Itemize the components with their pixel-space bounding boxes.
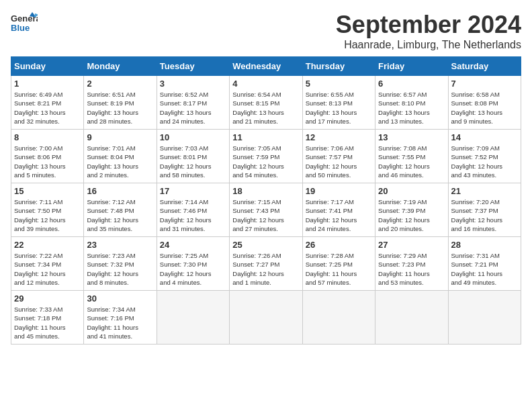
table-row: 19Sunrise: 7:17 AMSunset: 7:41 PMDayligh…	[302, 183, 375, 237]
day-number: 9	[87, 132, 153, 142]
day-details: Sunrise: 7:06 AMSunset: 7:57 PMDaylight:…	[306, 144, 372, 179]
table-row: 4Sunrise: 6:54 AMSunset: 8:15 PMDaylight…	[230, 76, 302, 130]
calendar-table: Sunday Monday Tuesday Wednesday Thursday…	[11, 56, 521, 345]
table-row: 18Sunrise: 7:15 AMSunset: 7:43 PMDayligh…	[230, 183, 302, 237]
col-thursday: Thursday	[302, 57, 375, 76]
page-header: General Blue September 2024 Haanrade, Li…	[11, 11, 521, 51]
day-number: 10	[160, 132, 226, 142]
table-row: 3Sunrise: 6:52 AMSunset: 8:17 PMDaylight…	[157, 76, 229, 130]
day-details: Sunrise: 7:26 AMSunset: 7:27 PMDaylight:…	[232, 251, 299, 287]
day-details: Sunrise: 7:29 AMSunset: 7:23 PMDaylight:…	[378, 251, 445, 287]
table-row: 26Sunrise: 7:28 AMSunset: 7:25 PMDayligh…	[302, 237, 375, 291]
day-details: Sunrise: 7:19 AMSunset: 7:39 PMDaylight:…	[378, 197, 445, 233]
day-details: Sunrise: 6:55 AMSunset: 8:13 PMDaylight:…	[306, 90, 372, 126]
day-details: Sunrise: 7:14 AMSunset: 7:46 PMDaylight:…	[160, 197, 226, 233]
day-number: 4	[232, 79, 299, 89]
calendar-header-row: Sunday Monday Tuesday Wednesday Thursday…	[11, 57, 521, 76]
day-number: 27	[378, 240, 445, 250]
day-number: 8	[14, 132, 81, 142]
col-saturday: Saturday	[448, 57, 521, 76]
month-title: September 2024	[336, 11, 521, 39]
table-row	[375, 291, 448, 345]
calendar-week-row: 22Sunrise: 7:22 AMSunset: 7:34 PMDayligh…	[11, 237, 521, 291]
day-number: 22	[14, 240, 81, 250]
day-number: 2	[87, 79, 153, 89]
title-block: September 2024 Haanrade, Limburg, The Ne…	[336, 11, 521, 51]
day-number: 23	[87, 240, 153, 250]
table-row	[157, 291, 229, 345]
table-row: 17Sunrise: 7:14 AMSunset: 7:46 PMDayligh…	[157, 183, 229, 237]
col-friday: Friday	[375, 57, 448, 76]
table-row: 11Sunrise: 7:05 AMSunset: 7:59 PMDayligh…	[230, 130, 302, 183]
calendar-week-row: 8Sunrise: 7:00 AMSunset: 8:06 PMDaylight…	[11, 130, 521, 183]
day-number: 29	[14, 293, 81, 304]
day-details: Sunrise: 7:23 AMSunset: 7:32 PMDaylight:…	[87, 251, 153, 287]
table-row: 10Sunrise: 7:03 AMSunset: 8:01 PMDayligh…	[157, 130, 229, 183]
table-row	[302, 291, 375, 345]
calendar-week-row: 1Sunrise: 6:49 AMSunset: 8:21 PMDaylight…	[11, 76, 521, 130]
day-number: 25	[232, 240, 299, 250]
day-details: Sunrise: 7:08 AMSunset: 7:55 PMDaylight:…	[378, 144, 445, 179]
day-details: Sunrise: 7:03 AMSunset: 8:01 PMDaylight:…	[160, 144, 226, 179]
day-details: Sunrise: 7:22 AMSunset: 7:34 PMDaylight:…	[14, 251, 81, 287]
day-number: 18	[232, 186, 299, 196]
calendar-week-row: 15Sunrise: 7:11 AMSunset: 7:50 PMDayligh…	[11, 183, 521, 237]
col-monday: Monday	[84, 57, 157, 76]
day-details: Sunrise: 7:05 AMSunset: 7:59 PMDaylight:…	[232, 144, 299, 179]
table-row: 20Sunrise: 7:19 AMSunset: 7:39 PMDayligh…	[375, 183, 448, 237]
table-row	[448, 291, 521, 345]
day-number: 6	[378, 79, 445, 89]
table-row: 13Sunrise: 7:08 AMSunset: 7:55 PMDayligh…	[375, 130, 448, 183]
day-details: Sunrise: 6:51 AMSunset: 8:19 PMDaylight:…	[87, 90, 153, 126]
col-tuesday: Tuesday	[157, 57, 229, 76]
table-row: 25Sunrise: 7:26 AMSunset: 7:27 PMDayligh…	[230, 237, 302, 291]
table-row: 28Sunrise: 7:31 AMSunset: 7:21 PMDayligh…	[448, 237, 521, 291]
table-row: 9Sunrise: 7:01 AMSunset: 8:04 PMDaylight…	[84, 130, 157, 183]
day-details: Sunrise: 7:00 AMSunset: 8:06 PMDaylight:…	[14, 144, 81, 179]
day-number: 3	[160, 79, 226, 89]
day-details: Sunrise: 7:33 AMSunset: 7:18 PMDaylight:…	[14, 305, 81, 340]
day-number: 13	[378, 132, 445, 142]
day-details: Sunrise: 7:28 AMSunset: 7:25 PMDaylight:…	[306, 251, 372, 287]
day-number: 24	[160, 240, 226, 250]
day-details: Sunrise: 7:20 AMSunset: 7:37 PMDaylight:…	[451, 197, 518, 233]
day-number: 15	[14, 186, 81, 196]
table-row: 15Sunrise: 7:11 AMSunset: 7:50 PMDayligh…	[11, 183, 84, 237]
table-row: 7Sunrise: 6:58 AMSunset: 8:08 PMDaylight…	[448, 76, 521, 130]
table-row: 1Sunrise: 6:49 AMSunset: 8:21 PMDaylight…	[11, 76, 84, 130]
calendar-body: 1Sunrise: 6:49 AMSunset: 8:21 PMDaylight…	[11, 76, 521, 345]
col-wednesday: Wednesday	[230, 57, 302, 76]
day-details: Sunrise: 7:34 AMSunset: 7:16 PMDaylight:…	[87, 305, 153, 340]
table-row: 5Sunrise: 6:55 AMSunset: 8:13 PMDaylight…	[302, 76, 375, 130]
day-number: 30	[87, 293, 153, 304]
table-row: 29Sunrise: 7:33 AMSunset: 7:18 PMDayligh…	[11, 291, 84, 345]
logo: General Blue	[11, 11, 38, 35]
day-details: Sunrise: 6:54 AMSunset: 8:15 PMDaylight:…	[232, 90, 299, 126]
table-row: 14Sunrise: 7:09 AMSunset: 7:52 PMDayligh…	[448, 130, 521, 183]
day-number: 20	[378, 186, 445, 196]
day-number: 1	[14, 79, 81, 89]
day-number: 19	[306, 186, 372, 196]
table-row: 23Sunrise: 7:23 AMSunset: 7:32 PMDayligh…	[84, 237, 157, 291]
logo-icon: General Blue	[11, 11, 38, 35]
day-number: 12	[306, 132, 372, 142]
day-number: 17	[160, 186, 226, 196]
day-number: 14	[451, 132, 518, 142]
day-number: 26	[306, 240, 372, 250]
day-details: Sunrise: 7:11 AMSunset: 7:50 PMDaylight:…	[14, 197, 81, 233]
day-number: 11	[232, 132, 299, 142]
day-number: 21	[451, 186, 518, 196]
col-sunday: Sunday	[11, 57, 84, 76]
day-number: 5	[306, 79, 372, 89]
day-details: Sunrise: 6:58 AMSunset: 8:08 PMDaylight:…	[451, 90, 518, 126]
day-number: 7	[451, 79, 518, 89]
table-row: 12Sunrise: 7:06 AMSunset: 7:57 PMDayligh…	[302, 130, 375, 183]
day-details: Sunrise: 7:17 AMSunset: 7:41 PMDaylight:…	[306, 197, 372, 233]
day-details: Sunrise: 6:52 AMSunset: 8:17 PMDaylight:…	[160, 90, 226, 126]
location: Haanrade, Limburg, The Netherlands	[336, 39, 521, 51]
svg-text:Blue: Blue	[11, 23, 30, 33]
table-row: 30Sunrise: 7:34 AMSunset: 7:16 PMDayligh…	[84, 291, 157, 345]
table-row: 21Sunrise: 7:20 AMSunset: 7:37 PMDayligh…	[448, 183, 521, 237]
day-details: Sunrise: 7:25 AMSunset: 7:30 PMDaylight:…	[160, 251, 226, 287]
table-row	[230, 291, 302, 345]
